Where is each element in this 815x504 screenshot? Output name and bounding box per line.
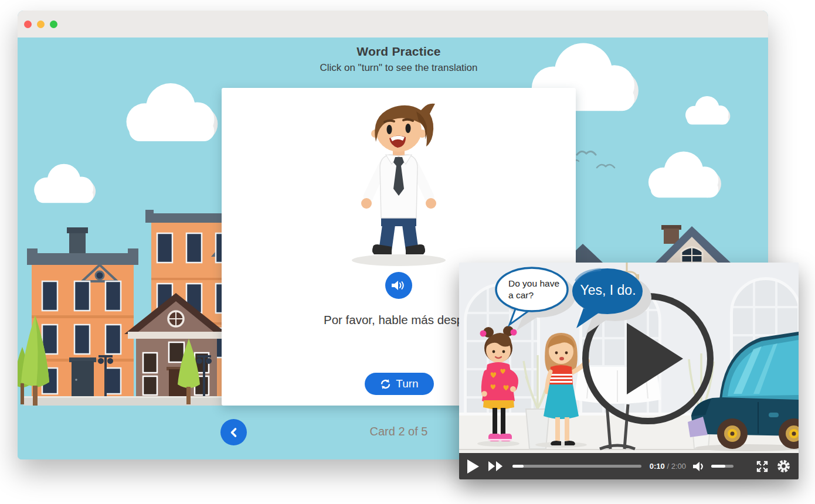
refresh-icon: [380, 379, 391, 390]
fast-forward-button[interactable]: [488, 461, 503, 471]
volume-button[interactable]: [693, 461, 705, 472]
time-total: 2:00: [671, 462, 686, 471]
settings-gear-icon: [777, 459, 790, 473]
cloud: [25, 159, 103, 209]
volume-icon: [693, 461, 705, 472]
cartoon-man-illustration: [346, 96, 451, 267]
progress-played: [512, 465, 524, 468]
play-icon: [467, 459, 479, 474]
progress-bar[interactable]: [512, 465, 641, 468]
time-separator: /: [667, 462, 669, 471]
video-controls-bar: 0:10 / 2:00: [459, 453, 799, 479]
chevron-left-icon: [229, 427, 239, 438]
time-current: 0:10: [650, 462, 665, 471]
video-scene: Do you have a car? Yes, I do.: [459, 263, 799, 453]
volume-filled: [711, 465, 725, 468]
fullscreen-button[interactable]: [756, 460, 769, 473]
play-button[interactable]: [467, 459, 479, 474]
page: { "window": { "traffic_lights": [ {"name…: [0, 0, 815, 504]
birds-icon: [573, 147, 624, 175]
turn-button-label: Turn: [396, 377, 418, 390]
previous-card-button[interactable]: [220, 419, 247, 445]
page-title: Word Practice: [222, 38, 576, 59]
minimize-window-button[interactable]: [37, 21, 45, 28]
video-player: Do you have a car? Yes, I do. 0:10 / 2:0…: [459, 263, 799, 479]
card-counter: Card 2 of 5: [370, 425, 428, 438]
turn-button[interactable]: Turn: [365, 373, 434, 395]
cloud: [679, 93, 735, 129]
cityscape-illustration: [18, 207, 247, 407]
fullscreen-icon: [756, 460, 769, 473]
speaker-audio-icon: [391, 280, 406, 291]
cloud: [638, 148, 729, 203]
speech-bubble-answer: Yes, I do.: [574, 282, 642, 298]
page-subtitle: Click on "turn" to see the translation: [222, 62, 576, 74]
speech-bubble-question: Do you have a car?: [508, 278, 567, 301]
zoom-window-button[interactable]: [50, 21, 57, 28]
close-window-button[interactable]: [24, 21, 32, 28]
audio-play-button[interactable]: [385, 272, 412, 299]
volume-slider[interactable]: [711, 465, 734, 468]
fast-forward-icon: [488, 461, 503, 471]
settings-button[interactable]: [777, 459, 790, 473]
time-display: 0:10 / 2:00: [650, 462, 686, 471]
house-illustration: [640, 213, 768, 263]
flashcard-phrase: Por favor, hable más despa: [324, 313, 470, 327]
cloud: [113, 72, 228, 154]
window-titlebar: [18, 11, 768, 38]
